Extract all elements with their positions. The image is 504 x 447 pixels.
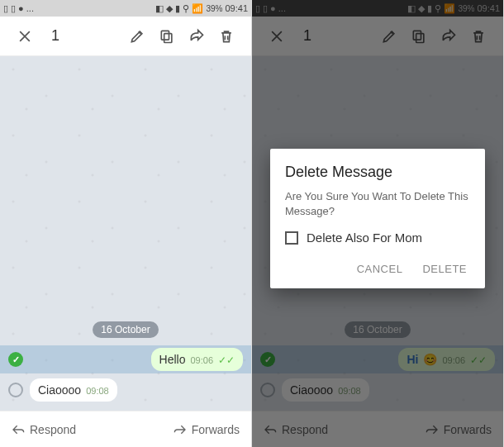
checkbox-label: Delete Also For Mom bbox=[307, 231, 422, 245]
battery-percent: 39% bbox=[206, 4, 222, 13]
svg-rect-0 bbox=[164, 33, 172, 42]
statusbar-left-icons: ▯ ▯ ● ... bbox=[3, 3, 34, 14]
edit-button[interactable] bbox=[122, 21, 152, 51]
selection-check-off-icon[interactable] bbox=[8, 383, 23, 397]
svg-rect-1 bbox=[161, 31, 169, 40]
forwards-button[interactable]: Forwards bbox=[174, 423, 240, 436]
selection-count: 1 bbox=[51, 27, 59, 45]
respond-label: Respond bbox=[30, 423, 76, 436]
date-chip: 16 October bbox=[93, 321, 158, 338]
copy-button[interactable] bbox=[152, 21, 182, 51]
right-screenshot: ▯ ▯ ● ... ◧ ◆ ▮ ⚲ 📶 39% 09:41 1 16 Octob… bbox=[252, 0, 504, 447]
chat-area: 16 October Hello 09:06 ✓✓ Ciaoooo 09:08 bbox=[0, 56, 251, 411]
message-row-incoming[interactable]: Ciaoooo 09:08 bbox=[8, 378, 243, 402]
selection-check-on-icon[interactable] bbox=[8, 352, 23, 367]
message-row-outgoing-selected[interactable]: Hello 09:06 ✓✓ bbox=[0, 345, 251, 373]
close-selection-button[interactable] bbox=[10, 21, 40, 51]
message-bubble-incoming[interactable]: Ciaoooo 09:08 bbox=[30, 378, 117, 402]
message-text: Ciaoooo bbox=[38, 383, 81, 397]
delete-button[interactable] bbox=[212, 21, 241, 51]
status-bar: ▯ ▯ ● ... ◧ ◆ ▮ ⚲ 📶 39% 09:41 bbox=[0, 0, 251, 17]
dialog-cancel-button[interactable]: CANCEL bbox=[354, 258, 407, 280]
checkbox-icon[interactable] bbox=[285, 231, 298, 245]
statusbar-right-icons: ◧ ◆ ▮ ⚲ 📶 bbox=[155, 3, 203, 14]
delete-also-for-checkbox[interactable]: Delete Also For Mom bbox=[285, 231, 470, 245]
message-time: 09:08 bbox=[86, 386, 109, 396]
message-bubble-outgoing[interactable]: Hello 09:06 ✓✓ bbox=[151, 348, 243, 371]
forward-button[interactable] bbox=[182, 21, 212, 51]
respond-button[interactable]: Respond bbox=[12, 423, 76, 436]
delete-message-dialog: Delete Message Are You Sure You Want To … bbox=[270, 149, 485, 288]
read-checks-icon: ✓✓ bbox=[218, 354, 235, 366]
clock: 09:41 bbox=[225, 3, 248, 13]
bottom-bar: Respond Forwards bbox=[0, 411, 251, 447]
selection-action-bar: 1 bbox=[0, 17, 251, 56]
left-screenshot: ▯ ▯ ● ... ◧ ◆ ▮ ⚲ 📶 39% 09:41 1 16 Octob… bbox=[0, 0, 252, 447]
forwards-label: Forwards bbox=[192, 423, 240, 436]
dialog-body: Are You Sure You Want To Delete This Mes… bbox=[285, 189, 470, 219]
dialog-title: Delete Message bbox=[285, 164, 470, 181]
message-time: 09:06 bbox=[190, 355, 213, 365]
message-text: Hello bbox=[159, 353, 186, 366]
dialog-delete-button[interactable]: DELETE bbox=[419, 258, 470, 280]
